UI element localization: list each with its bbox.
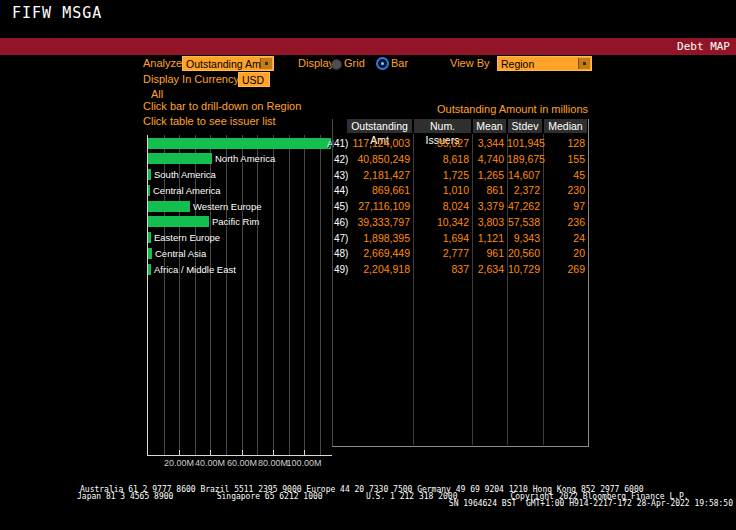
cell-stdev: 9,343	[507, 231, 540, 246]
table-row[interactable]: 43)2,181,4271,7251,26514,60745	[333, 168, 588, 183]
table-header-mean[interactable]: Mean	[473, 119, 506, 133]
cell-median: 155	[543, 152, 585, 167]
chart-gridline	[210, 135, 211, 455]
chart-bar-western-europe[interactable]	[148, 201, 190, 212]
cell-median: 20	[543, 246, 585, 261]
table-hint: Click table to see issuer list	[143, 115, 276, 127]
chart-gridline	[226, 135, 227, 455]
table-header-outstanding-amt[interactable]: Outstanding Amt	[347, 119, 412, 133]
chevron-down-icon[interactable]	[260, 58, 272, 69]
table-row[interactable]: 44)869,6611,0108612,372230	[333, 183, 588, 198]
chart-gridline	[304, 135, 305, 455]
x-axis-tick-label: 40.00M	[195, 458, 225, 468]
x-axis-tick	[179, 450, 180, 455]
table-header-stdev[interactable]: Stdev	[508, 119, 542, 133]
table-row[interactable]: 47)1,898,3951,6941,1219,34324	[333, 231, 588, 246]
app-title: Debt MAP	[677, 40, 730, 53]
cell-num-issuers: 10,342	[413, 215, 469, 230]
x-axis-tick	[242, 450, 243, 455]
footer-session-line: SN 1964624 BST GMT+1:00 H914-2217-172 28…	[449, 500, 733, 507]
cell-num-issuers: 2,777	[413, 246, 469, 261]
cell-outstanding-amt: 117,124,003	[346, 136, 410, 151]
display-label: Display	[298, 57, 334, 69]
chart-bar-north-america[interactable]	[148, 153, 212, 164]
cell-mean: 1,265	[472, 168, 504, 183]
app-header-bar: Debt MAP	[0, 38, 736, 55]
table-row[interactable]: 49)2,204,9188372,63410,729269	[333, 262, 588, 277]
analyze-label: Analyze	[143, 57, 182, 69]
analyze-selected-value: Outstanding Amt	[186, 58, 264, 70]
cell-median: 236	[543, 215, 585, 230]
cell-median: 230	[543, 183, 585, 198]
bar-label: Pacific Rim	[212, 216, 260, 227]
cell-mean: 3,379	[472, 199, 504, 214]
chart-bar-central-america[interactable]	[148, 185, 150, 196]
bar-label: Central Asia	[155, 248, 206, 259]
region-table: Outstanding AmtNum. IssuersMeanStdevMedi…	[332, 119, 589, 447]
cell-outstanding-amt: 2,669,449	[346, 246, 410, 261]
bar-chart: 20.00M40.00M60.00M80.00M100.00MAllNorth …	[147, 135, 332, 456]
terminal-screen: FIFW MSGA Debt MAP Analyze Outstanding A…	[0, 0, 736, 530]
cell-outstanding-amt: 1,898,395	[346, 231, 410, 246]
units-note: Outstanding Amount in millions	[437, 103, 588, 115]
cell-mean: 4,740	[472, 152, 504, 167]
cell-stdev: 20,560	[507, 246, 540, 261]
radio-bar-label[interactable]: Bar	[391, 57, 408, 69]
chart-gridline	[179, 135, 180, 455]
chevron-down-icon[interactable]	[578, 58, 590, 69]
chart-bar-africa-middle-east[interactable]	[148, 264, 151, 275]
view-by-selected-value: Region	[501, 58, 534, 70]
cell-median: 24	[543, 231, 585, 246]
x-axis-tick	[304, 450, 305, 455]
chart-gridline	[195, 135, 196, 455]
chart-gridline	[273, 135, 274, 455]
table-row[interactable]: 41)117,124,00335,0273,344101,945128	[333, 136, 588, 151]
radio-grid-label[interactable]: Grid	[344, 57, 365, 69]
cell-mean: 1,121	[472, 231, 504, 246]
bar-label: North America	[215, 153, 275, 164]
table-row[interactable]: 46)39,333,79710,3423,80357,538236	[333, 215, 588, 230]
currency-input[interactable]: USD	[238, 72, 270, 87]
radio-bar[interactable]	[376, 57, 389, 70]
cell-stdev: 2,372	[507, 183, 540, 198]
x-axis-tick-label: 100.00M	[286, 458, 321, 468]
cell-stdev: 57,538	[507, 215, 540, 230]
bar-label: Central America	[153, 185, 221, 196]
cell-num-issuers: 35,027	[413, 136, 469, 151]
window-title: FIFW MSGA	[12, 4, 102, 22]
bar-hint: Click bar to drill-down on Region	[143, 100, 301, 112]
cell-outstanding-amt: 39,333,797	[346, 215, 410, 230]
chart-bar-all[interactable]	[148, 138, 331, 149]
bar-label: Western Europe	[193, 201, 261, 212]
chart-bar-south-america[interactable]	[148, 169, 151, 180]
table-row[interactable]: 45)27,116,1098,0243,37947,26297	[333, 199, 588, 214]
table-header-num-issuers[interactable]: Num. Issuers	[414, 119, 471, 133]
chart-gridline	[289, 135, 290, 455]
scope-label: All	[151, 88, 163, 100]
x-axis-tick	[273, 450, 274, 455]
cell-num-issuers: 8,024	[413, 199, 469, 214]
cell-outstanding-amt: 2,181,427	[346, 168, 410, 183]
table-header-median[interactable]: Median	[544, 119, 587, 133]
cell-stdev: 47,262	[507, 199, 540, 214]
table-row[interactable]: 48)2,669,4492,77796120,56020	[333, 246, 588, 261]
view-by-select[interactable]: Region	[497, 56, 592, 71]
radio-grid[interactable]	[331, 59, 342, 70]
cell-num-issuers: 1,010	[413, 183, 469, 198]
table-row[interactable]: 42)40,850,2498,6184,740189,675155	[333, 152, 588, 167]
cell-mean: 961	[472, 246, 504, 261]
chart-gridline	[242, 135, 243, 455]
cell-num-issuers: 837	[413, 262, 469, 277]
cell-outstanding-amt: 27,116,109	[346, 199, 410, 214]
cell-stdev: 189,675	[507, 152, 540, 167]
cell-mean: 2,634	[472, 262, 504, 277]
cell-num-issuers: 1,694	[413, 231, 469, 246]
analyze-select[interactable]: Outstanding Amt	[182, 56, 274, 71]
cell-stdev: 10,729	[507, 262, 540, 277]
chart-bar-eastern-europe[interactable]	[148, 232, 151, 243]
view-by-label: View By	[450, 57, 490, 69]
cell-outstanding-amt: 869,661	[346, 183, 410, 198]
chart-bar-central-asia[interactable]	[148, 248, 152, 259]
currency-label: Display In Currency	[143, 73, 239, 85]
chart-bar-pacific-rim[interactable]	[148, 216, 209, 227]
